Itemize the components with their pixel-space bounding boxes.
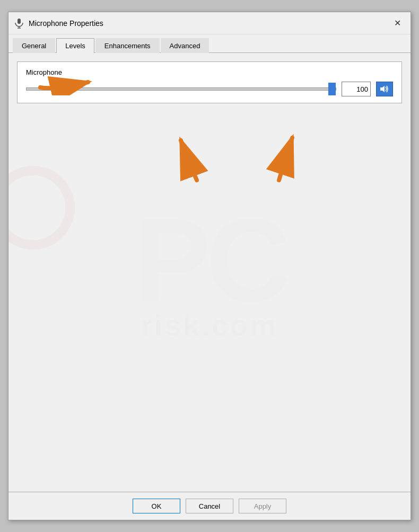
watermark-risk-text: risk.com <box>134 308 285 342</box>
microphone-section: Microphone 100 <box>17 61 402 103</box>
arrow-slider-value <box>168 135 210 183</box>
svg-rect-0 <box>18 19 21 24</box>
watermark-pc-text: PC <box>134 202 285 319</box>
tab-advanced[interactable]: Advanced <box>161 38 210 53</box>
slider-fill <box>27 88 336 90</box>
tab-content: Microphone 100 <box>8 53 411 492</box>
tab-general[interactable]: General <box>13 38 55 53</box>
title-bar: Microphone Properties ✕ <box>8 12 411 34</box>
microphone-icon <box>14 18 24 29</box>
svg-point-4 <box>8 171 70 245</box>
volume-slider-track[interactable] <box>26 87 336 91</box>
volume-value-input[interactable]: 100 <box>342 82 371 96</box>
tab-levels[interactable]: Levels <box>56 38 94 53</box>
slider-row: 100 <box>26 82 393 96</box>
apply-button[interactable]: Apply <box>239 499 286 513</box>
dialog-window: Microphone Properties ✕ General Levels E… <box>8 12 411 520</box>
watermark: PC risk.com <box>134 202 285 342</box>
ok-button[interactable]: OK <box>133 499 180 513</box>
window-title: Microphone Properties <box>29 19 389 28</box>
cancel-button[interactable]: Cancel <box>186 499 233 513</box>
footer: OK Cancel Apply <box>8 492 411 520</box>
microphone-label: Microphone <box>26 68 393 76</box>
close-button[interactable]: ✕ <box>389 15 405 31</box>
speaker-button[interactable] <box>376 82 393 96</box>
speaker-icon <box>380 85 389 93</box>
tab-enhancements[interactable]: Enhancements <box>95 38 160 53</box>
svg-marker-3 <box>380 86 385 92</box>
slider-thumb[interactable] <box>328 83 336 95</box>
tab-bar: General Levels Enhancements Advanced <box>8 34 411 53</box>
arrow-speaker-btn <box>263 132 311 183</box>
watermark-magnifier <box>8 160 91 277</box>
